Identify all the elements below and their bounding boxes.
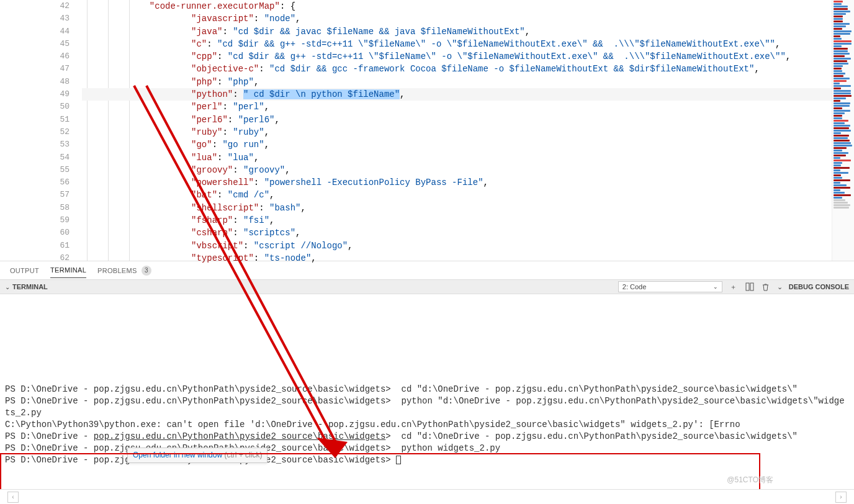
minimap-line xyxy=(834,135,849,137)
code-content[interactable]: "code-runner.executorMap": { "javascript… xyxy=(82,0,832,261)
code-line[interactable]: "python": " cd $dir \n python $fileName"… xyxy=(82,88,832,101)
minimap-line xyxy=(834,130,851,132)
split-terminal-icon[interactable] xyxy=(745,282,755,292)
code-line[interactable]: "objective-c": "cd $dir && gcc -framewor… xyxy=(82,63,832,75)
minimap-line xyxy=(834,179,850,181)
json-key: "powershell" xyxy=(191,178,254,187)
trash-icon[interactable] xyxy=(761,282,771,292)
code-line[interactable]: "vbscript": "cscript //Nologo", xyxy=(82,240,832,252)
json-key: "objective-c" xyxy=(191,64,259,74)
minimap-line xyxy=(834,174,841,176)
line-number: 47 xyxy=(0,63,70,75)
tab-output[interactable]: OUTPUT xyxy=(10,263,39,278)
minimap-line xyxy=(834,194,851,196)
code-line[interactable]: "powershell": "powershell -ExecutionPoli… xyxy=(82,176,832,189)
json-punct: , xyxy=(254,153,259,163)
terminal-selector[interactable]: 2: Code ⌄ xyxy=(618,281,722,292)
code-line[interactable]: "ruby": "ruby", xyxy=(82,126,832,138)
json-string: "cscript //Nologo" xyxy=(254,241,348,251)
terminal-path-link[interactable]: pop.zjgsu.edu.cn\PythonPath\pyside2_sour… xyxy=(94,431,385,441)
code-line[interactable]: "perl6": "perl6", xyxy=(82,114,832,126)
line-number: 43 xyxy=(0,12,70,25)
minimap-line xyxy=(834,122,845,124)
new-terminal-icon[interactable]: ＋ xyxy=(729,282,739,292)
minimap-line xyxy=(834,187,850,189)
code-line[interactable]: "go": "go run", xyxy=(82,138,832,151)
json-string: "go run" xyxy=(222,140,264,150)
code-line[interactable]: "cpp": "cd $dir && g++ -std=c++11 \"$fil… xyxy=(82,50,832,63)
terminal-cursor xyxy=(396,456,401,464)
terminal-selector-value: 2: Code xyxy=(623,283,647,290)
json-string: "bash" xyxy=(269,203,300,213)
scroll-right-icon[interactable]: › xyxy=(835,492,847,503)
chevron-down-icon[interactable]: ⌄ xyxy=(5,284,10,290)
json-punct: : xyxy=(222,127,233,137)
json-key: "csharp" xyxy=(191,228,233,238)
json-string: "cmd /c" xyxy=(228,190,269,200)
code-line[interactable]: "typescript": "ts-node", xyxy=(82,252,832,264)
minimap-line xyxy=(834,140,850,142)
json-punct: : xyxy=(222,102,233,112)
json-punct: : xyxy=(254,253,264,263)
json-punct: : xyxy=(233,228,243,238)
code-line[interactable]: "csharp": "scriptcs", xyxy=(82,227,832,239)
json-punct: : xyxy=(254,14,264,24)
json-string: "php" xyxy=(228,77,254,87)
json-string: "cd $dir && g++ -std=c++11 \"$fileName\"… xyxy=(217,39,775,49)
json-string: "ts-node" xyxy=(264,253,312,263)
minimap-line xyxy=(834,11,850,12)
code-line[interactable]: "php": "php", xyxy=(82,76,832,88)
minimap[interactable] xyxy=(832,0,854,261)
minimap-line xyxy=(834,155,846,156)
terminal-header: ⌄ TERMINAL 2: Code ⌄ ＋ ⌄ DEBUG CONSOLE xyxy=(0,279,854,294)
minimap-line xyxy=(834,204,850,206)
json-punct: , xyxy=(400,89,405,99)
minimap-line xyxy=(834,33,850,35)
minimap-line xyxy=(834,83,840,84)
minimap-line xyxy=(834,38,842,40)
chevron-down-icon[interactable]: ⌄ xyxy=(777,283,783,291)
code-line[interactable]: "groovy": "groovy", xyxy=(82,164,832,176)
json-key: "bat" xyxy=(191,190,217,200)
json-punct: : xyxy=(222,27,233,37)
code-line[interactable]: "bat": "cmd /c", xyxy=(82,189,832,201)
minimap-line xyxy=(834,169,840,171)
code-line[interactable]: "javascript": "node", xyxy=(82,12,832,25)
json-key: "shellscript" xyxy=(191,203,259,213)
scroll-left-icon[interactable]: ‹ xyxy=(7,492,19,503)
code-line[interactable]: "c": "cd $dir && g++ -std=c++11 \"$fileN… xyxy=(82,38,832,50)
json-key: "java" xyxy=(191,27,222,37)
minimap-line xyxy=(834,164,841,166)
problems-badge: 3 xyxy=(142,266,151,276)
terminal-body[interactable]: PS D:\OneDrive - pop.zjgsu.edu.cn\Python… xyxy=(0,294,854,489)
json-punct: : xyxy=(207,39,217,49)
minimap-line xyxy=(834,117,842,119)
json-key: "perl" xyxy=(191,102,222,112)
json-punct: , xyxy=(295,228,300,238)
line-number: 53 xyxy=(0,138,70,151)
code-line[interactable]: "java": "cd $dir && javac $fileName && j… xyxy=(82,25,832,38)
minimap-line xyxy=(834,150,842,151)
json-key: "c" xyxy=(191,39,207,49)
json-punct: : xyxy=(217,190,228,200)
tooltip-action: Open folder in new window xyxy=(133,451,222,459)
json-punct: : xyxy=(233,165,243,175)
minimap-line xyxy=(834,107,842,109)
line-number: 44 xyxy=(0,25,70,38)
minimap-line xyxy=(834,192,845,194)
code-line[interactable]: "fsharp": "fsi", xyxy=(82,214,832,227)
code-line[interactable]: "code-runner.executorMap": { xyxy=(82,0,832,12)
json-key: "javascript" xyxy=(191,14,254,24)
code-line[interactable]: "perl": "perl", xyxy=(82,101,832,113)
json-string: "perl6" xyxy=(238,115,275,125)
minimap-line xyxy=(834,90,851,92)
json-string: " cd $dir \n python $fileName" xyxy=(243,89,400,99)
json-string: "perl" xyxy=(233,102,264,112)
code-line[interactable]: "shellscript": "bash", xyxy=(82,202,832,214)
json-string: "cd $dir && gcc -framework Cocoa $fileNa… xyxy=(269,64,754,74)
tab-terminal[interactable]: TERMINAL xyxy=(50,263,86,278)
minimap-line xyxy=(834,112,845,114)
minimap-line xyxy=(834,55,845,57)
code-line[interactable]: "lua": "lua", xyxy=(82,151,832,164)
json-punct: , xyxy=(264,127,269,137)
